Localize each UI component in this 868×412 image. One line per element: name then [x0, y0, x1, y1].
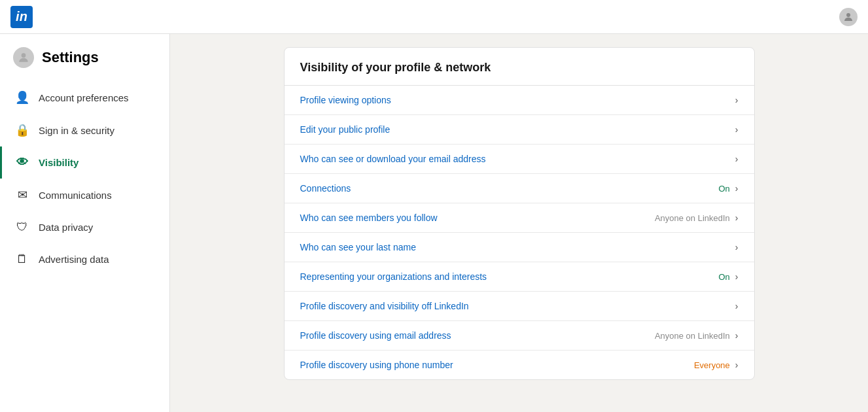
item-right: Anyone on LinkedIn › [655, 213, 738, 223]
settings-list-item[interactable]: Profile viewing options › [285, 86, 754, 115]
sidebar-item-label: Communications [39, 190, 112, 201]
section-title: Visibility of your profile & network [300, 61, 738, 75]
settings-list-item[interactable]: Who can see members you follow Anyone on… [285, 203, 754, 233]
sidebar-item-communications[interactable]: ✉ Communications [0, 179, 169, 211]
data-privacy-icon: 🛡 [15, 220, 29, 234]
item-left: Profile discovery and visibility off Lin… [300, 301, 725, 311]
sidebar-item-label: Advertising data [39, 254, 109, 265]
item-right: Anyone on LinkedIn › [655, 330, 738, 341]
item-status: On [718, 184, 729, 194]
top-navigation: in [0, 0, 868, 34]
sidebar-item-label: Data privacy [39, 222, 93, 233]
topnav-right [839, 8, 858, 26]
item-status: On [718, 272, 729, 282]
item-left: Profile discovery using phone number [300, 360, 684, 370]
chevron-right-icon: › [735, 330, 738, 341]
account-preferences-icon: 👤 [15, 90, 29, 105]
item-status: Everyone [694, 360, 730, 370]
card-header: Visibility of your profile & network [285, 48, 754, 86]
item-label: Profile viewing options [300, 95, 725, 105]
sidebar-item-label: Sign in & security [39, 125, 114, 136]
item-left: Profile discovery using email address [300, 330, 644, 341]
item-left: Connections [300, 183, 708, 194]
sidebar-item-account-preferences[interactable]: 👤 Account preferences [0, 81, 169, 114]
item-label: Who can see members you follow [300, 213, 644, 223]
chevron-right-icon: › [735, 183, 738, 194]
settings-list-item[interactable]: Who can see your last name › [285, 233, 754, 262]
item-label: Profile discovery using email address [300, 330, 644, 341]
settings-list-item[interactable]: Connections On › [285, 174, 754, 203]
chevron-right-icon: › [735, 360, 738, 370]
sidebar-item-advertising-data[interactable]: 🗒 Advertising data [0, 243, 169, 275]
sidebar-nav: 👤 Account preferences 🔒 Sign in & securi… [0, 81, 169, 275]
item-right: › [735, 154, 738, 164]
item-right: › [735, 124, 738, 135]
page-layout: Settings 👤 Account preferences 🔒 Sign in… [0, 34, 868, 412]
svg-point-1 [22, 53, 26, 58]
settings-header: Settings [0, 47, 169, 81]
item-right: On › [718, 271, 738, 282]
chevron-right-icon: › [735, 124, 738, 135]
item-right: › [735, 301, 738, 311]
item-right: › [735, 95, 738, 105]
settings-title: Settings [42, 49, 99, 66]
sidebar-item-sign-in-security[interactable]: 🔒 Sign in & security [0, 114, 169, 146]
item-label: Representing your organizations and inte… [300, 271, 708, 282]
user-avatar-icon[interactable] [839, 8, 858, 26]
settings-list-item[interactable]: Edit your public profile › [285, 115, 754, 145]
item-status: Anyone on LinkedIn [655, 331, 730, 341]
settings-list-item[interactable]: Profile discovery and visibility off Lin… [285, 292, 754, 321]
settings-avatar [13, 47, 34, 68]
chevron-right-icon: › [735, 95, 738, 105]
chevron-right-icon: › [735, 213, 738, 223]
item-label: Profile discovery and visibility off Lin… [300, 301, 725, 311]
sign-in-security-icon: 🔒 [15, 123, 29, 137]
item-status: Anyone on LinkedIn [655, 213, 730, 223]
content-card: Visibility of your profile & network Pro… [284, 47, 755, 380]
item-left: Edit your public profile [300, 124, 725, 135]
settings-list-item[interactable]: Profile discovery using phone number Eve… [285, 351, 754, 379]
chevron-right-icon: › [735, 154, 738, 164]
sidebar-item-label: Account preferences [39, 92, 129, 103]
linkedin-logo[interactable]: in [10, 6, 33, 28]
item-right: Everyone › [694, 360, 738, 370]
settings-list-item[interactable]: Representing your organizations and inte… [285, 262, 754, 292]
advertising-data-icon: 🗒 [15, 252, 29, 266]
sidebar-item-label: Visibility [39, 157, 78, 168]
item-left: Who can see or download your email addre… [300, 154, 725, 164]
item-label: Profile discovery using phone number [300, 360, 684, 370]
item-label: Who can see or download your email addre… [300, 154, 725, 164]
sidebar-item-data-privacy[interactable]: 🛡 Data privacy [0, 211, 169, 243]
item-left: Profile viewing options [300, 95, 725, 105]
sidebar-item-visibility[interactable]: 👁 Visibility [0, 146, 169, 179]
sidebar: Settings 👤 Account preferences 🔒 Sign in… [0, 34, 170, 412]
settings-list-item[interactable]: Who can see or download your email addre… [285, 145, 754, 174]
settings-list: Profile viewing options › Edit your publ… [285, 86, 754, 379]
item-label: Connections [300, 183, 708, 194]
settings-list-item[interactable]: Profile discovery using email address An… [285, 321, 754, 351]
chevron-right-icon: › [735, 271, 738, 282]
communications-icon: ✉ [15, 188, 29, 202]
chevron-right-icon: › [735, 242, 738, 252]
item-label: Edit your public profile [300, 124, 725, 135]
item-right: On › [718, 183, 738, 194]
main-content: Visibility of your profile & network Pro… [170, 34, 868, 412]
chevron-right-icon: › [735, 301, 738, 311]
svg-point-0 [846, 13, 850, 17]
item-left: Who can see your last name [300, 242, 725, 252]
item-left: Who can see members you follow [300, 213, 644, 223]
item-left: Representing your organizations and inte… [300, 271, 708, 282]
visibility-icon: 👁 [15, 156, 29, 169]
item-right: › [735, 242, 738, 252]
item-label: Who can see your last name [300, 242, 725, 252]
